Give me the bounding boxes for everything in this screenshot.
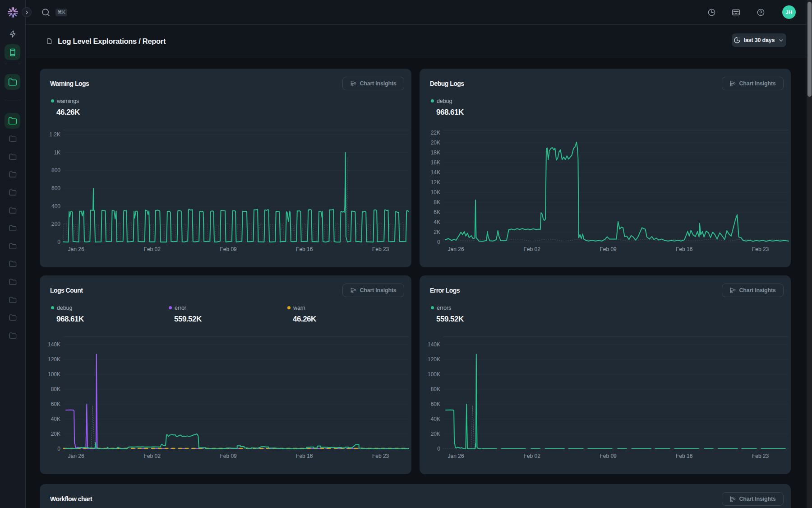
svg-text:100K: 100K — [428, 371, 440, 378]
svg-text:60K: 60K — [51, 401, 60, 407]
svg-text:40K: 40K — [431, 416, 440, 422]
svg-text:100K: 100K — [48, 371, 60, 378]
svg-text:Feb 16: Feb 16 — [676, 453, 693, 459]
svg-text:800: 800 — [51, 167, 60, 173]
svg-text:Feb 02: Feb 02 — [144, 246, 161, 252]
svg-text:20K: 20K — [431, 431, 440, 437]
svg-text:Feb 09: Feb 09 — [600, 453, 617, 459]
svg-text:200: 200 — [51, 221, 60, 227]
svg-text:20K: 20K — [431, 140, 440, 146]
svg-text:140K: 140K — [428, 341, 440, 348]
svg-text:0: 0 — [437, 446, 440, 452]
svg-text:Feb 02: Feb 02 — [144, 453, 161, 459]
svg-text:600: 600 — [51, 185, 60, 191]
svg-text:Feb 16: Feb 16 — [296, 246, 313, 252]
svg-text:4K: 4K — [434, 219, 440, 225]
svg-text:Feb 16: Feb 16 — [676, 246, 693, 252]
svg-text:2K: 2K — [434, 229, 440, 235]
svg-text:Feb 23: Feb 23 — [752, 246, 769, 252]
svg-text:6K: 6K — [434, 209, 440, 215]
svg-text:Jan 26: Jan 26 — [448, 246, 464, 252]
svg-text:120K: 120K — [48, 356, 60, 363]
svg-text:40K: 40K — [51, 416, 60, 422]
svg-text:Feb 02: Feb 02 — [524, 246, 541, 252]
svg-text:10K: 10K — [431, 189, 440, 196]
svg-text:Feb 23: Feb 23 — [752, 453, 769, 459]
svg-text:Jan 26: Jan 26 — [68, 453, 84, 459]
svg-text:140K: 140K — [48, 341, 60, 348]
svg-text:60K: 60K — [431, 401, 440, 407]
svg-text:Feb 16: Feb 16 — [296, 453, 313, 459]
svg-text:1.2K: 1.2K — [49, 131, 60, 138]
svg-text:14K: 14K — [431, 169, 440, 176]
svg-text:Feb 23: Feb 23 — [372, 453, 389, 459]
svg-text:0: 0 — [57, 446, 60, 452]
svg-text:80K: 80K — [51, 386, 60, 392]
svg-text:Jan 26: Jan 26 — [448, 453, 464, 459]
svg-text:1K: 1K — [54, 149, 60, 156]
svg-text:Feb 09: Feb 09 — [220, 246, 237, 252]
svg-text:0: 0 — [57, 239, 60, 245]
svg-text:20K: 20K — [51, 431, 60, 437]
svg-text:0: 0 — [437, 239, 440, 245]
svg-text:8K: 8K — [434, 199, 440, 205]
svg-text:Feb 09: Feb 09 — [600, 246, 617, 252]
svg-text:12K: 12K — [431, 179, 440, 186]
svg-text:400: 400 — [51, 203, 60, 210]
svg-text:22K: 22K — [431, 130, 440, 136]
svg-text:16K: 16K — [431, 159, 440, 166]
svg-text:Feb 09: Feb 09 — [220, 453, 237, 459]
svg-text:80K: 80K — [431, 386, 440, 392]
svg-text:120K: 120K — [428, 356, 440, 363]
svg-text:18K: 18K — [431, 149, 440, 156]
svg-text:Jan 26: Jan 26 — [68, 246, 84, 252]
svg-text:Feb 02: Feb 02 — [524, 453, 541, 459]
svg-text:Feb 23: Feb 23 — [372, 246, 389, 252]
